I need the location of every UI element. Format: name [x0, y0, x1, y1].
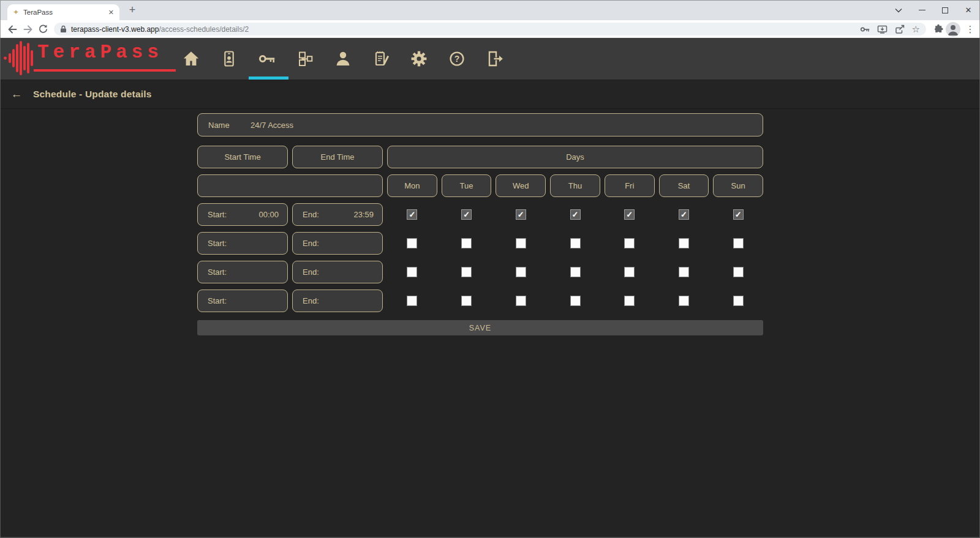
- start-time-input-row2[interactable]: Start:: [197, 232, 288, 255]
- install-app-icon[interactable]: [877, 24, 888, 34]
- url-bar[interactable]: terapass-client-v3.web.app/access-schedu…: [54, 23, 926, 35]
- day-checkbox-cell: [387, 290, 437, 312]
- password-key-icon[interactable]: [860, 24, 870, 34]
- window-close-button[interactable]: ✕: [957, 0, 980, 20]
- checkbox-fri-row3[interactable]: [624, 267, 635, 277]
- check-icon: ✓: [518, 210, 524, 219]
- checkbox-wed-row3[interactable]: [516, 267, 526, 277]
- day-checkbox-cell: ✓: [713, 203, 763, 226]
- day-checkbox-cell: ✓: [659, 203, 709, 226]
- day-checkbox-cell: [387, 261, 437, 283]
- nav-person-icon[interactable]: [334, 50, 352, 68]
- nav-logout-icon[interactable]: [486, 50, 504, 68]
- checkbox-sat-row4[interactable]: [679, 296, 689, 306]
- checkbox-sat-row3[interactable]: [679, 267, 689, 277]
- checkbox-thu-row2[interactable]: [570, 238, 581, 248]
- window-chevron-down-icon[interactable]: [887, 0, 910, 20]
- day-button-mon[interactable]: Mon: [387, 174, 437, 197]
- save-button[interactable]: SAVE: [197, 320, 763, 335]
- day-button-thu[interactable]: Thu: [550, 174, 600, 197]
- share-icon[interactable]: [895, 24, 905, 34]
- nav-id-card-icon[interactable]: [220, 50, 238, 68]
- checkbox-fri-row4[interactable]: [624, 296, 635, 306]
- checkbox-sat-row2[interactable]: [679, 238, 689, 248]
- checkbox-mon-row2[interactable]: [407, 238, 417, 248]
- checkbox-sun-row3[interactable]: [733, 267, 744, 277]
- day-checkbox-cell: [713, 261, 763, 283]
- window-controls: ✕: [887, 0, 980, 20]
- name-value: 24/7 Access: [251, 121, 293, 130]
- checkbox-thu-row1[interactable]: ✓: [570, 209, 581, 220]
- day-checkbox-cell: [550, 232, 600, 255]
- checkbox-wed-row1[interactable]: ✓: [516, 209, 526, 220]
- nav-home-icon[interactable]: [182, 50, 200, 68]
- checkbox-sat-row1[interactable]: ✓: [679, 209, 689, 220]
- checkbox-tue-row1[interactable]: ✓: [461, 209, 472, 220]
- page-title: Schedule - Update details: [33, 89, 152, 100]
- day-button-sat[interactable]: Sat: [659, 174, 709, 197]
- browser-toolbar: terapass-client-v3.web.app/access-schedu…: [0, 20, 980, 38]
- day-checkbox-cell: ✓: [550, 203, 600, 226]
- tab-title: TeraPass: [23, 9, 104, 16]
- url-text: terapass-client-v3.web.app/access-schedu…: [71, 25, 249, 34]
- profile-avatar[interactable]: [946, 20, 960, 38]
- end-time-input-row4-label: End:: [293, 296, 319, 305]
- browser-forward-icon[interactable]: [21, 20, 36, 38]
- nav-hierarchy-icon[interactable]: [296, 50, 314, 68]
- checkbox-mon-row4[interactable]: [407, 296, 417, 306]
- check-icon: ✓: [572, 210, 579, 219]
- day-checkbox-cell: [713, 290, 763, 312]
- checkbox-mon-row3[interactable]: [407, 267, 417, 277]
- checkbox-wed-row4[interactable]: [516, 296, 526, 306]
- end-time-input-row2[interactable]: End:: [292, 232, 383, 255]
- checkbox-fri-row1[interactable]: ✓: [624, 209, 635, 220]
- nav-help-icon[interactable]: ?: [448, 50, 466, 68]
- checkbox-thu-row4[interactable]: [570, 296, 581, 306]
- name-field[interactable]: Name 24/7 Access: [197, 113, 763, 136]
- extensions-puzzle-icon[interactable]: [931, 20, 946, 38]
- checkbox-tue-row4[interactable]: [461, 296, 472, 306]
- nav-audit-log-icon[interactable]: [372, 50, 390, 68]
- day-buttons: MonTueWedThuFriSatSun: [387, 174, 763, 197]
- window-maximize-button[interactable]: [933, 0, 957, 20]
- checkbox-mon-row1[interactable]: ✓: [407, 209, 417, 220]
- day-button-fri[interactable]: Fri: [605, 174, 655, 197]
- start-time-input-row3[interactable]: Start:: [197, 261, 288, 283]
- browser-tab[interactable]: ✦ TeraPass ✕: [7, 4, 119, 20]
- browser-menu-dots-icon[interactable]: ⋮: [963, 20, 978, 38]
- days-header: Days: [387, 146, 763, 168]
- day-checkbox-cell: [659, 232, 709, 255]
- day-button-sun[interactable]: Sun: [713, 174, 763, 197]
- terapass-favicon-icon: ✦: [13, 9, 19, 16]
- end-time-input-row1[interactable]: End:23:59: [292, 203, 383, 226]
- new-tab-button[interactable]: +: [125, 3, 140, 18]
- checkbox-wed-row2[interactable]: [516, 238, 526, 248]
- terapass-logo[interactable]: TeraPass: [4, 40, 175, 77]
- nav-settings-gear-icon[interactable]: [410, 50, 428, 68]
- end-time-input-row3[interactable]: End:: [292, 261, 383, 283]
- checkbox-sun-row1[interactable]: ✓: [733, 209, 744, 220]
- start-time-input-row4-label: Start:: [198, 296, 227, 305]
- checkbox-sun-row4[interactable]: [733, 296, 744, 306]
- nav-key-icon[interactable]: [258, 50, 276, 68]
- tab-close-icon[interactable]: ✕: [108, 9, 114, 17]
- window-minimize-button[interactable]: [910, 0, 933, 20]
- bookmark-star-icon[interactable]: ☆: [912, 24, 920, 34]
- checkbox-tue-row2[interactable]: [461, 238, 472, 248]
- start-time-input-row3-label: Start:: [198, 267, 227, 277]
- day-button-wed[interactable]: Wed: [496, 174, 546, 197]
- browser-reload-icon[interactable]: [36, 20, 50, 38]
- start-time-input-row1[interactable]: Start:00:00: [197, 203, 288, 226]
- start-time-input-row4[interactable]: Start:: [197, 290, 288, 312]
- end-time-input-row4[interactable]: End:: [292, 290, 383, 312]
- day-button-tue[interactable]: Tue: [442, 174, 492, 197]
- checkbox-fri-row2[interactable]: [624, 238, 635, 248]
- checkbox-sun-row2[interactable]: [733, 238, 744, 248]
- checkbox-thu-row3[interactable]: [570, 267, 581, 277]
- end-time-input-row1-value: 23:59: [353, 210, 382, 219]
- back-arrow-icon[interactable]: ←: [7, 88, 26, 101]
- check-icon: ✓: [626, 210, 633, 219]
- check-icon: ✓: [409, 210, 415, 219]
- browser-back-icon[interactable]: [5, 20, 20, 38]
- checkbox-tue-row3[interactable]: [461, 267, 472, 277]
